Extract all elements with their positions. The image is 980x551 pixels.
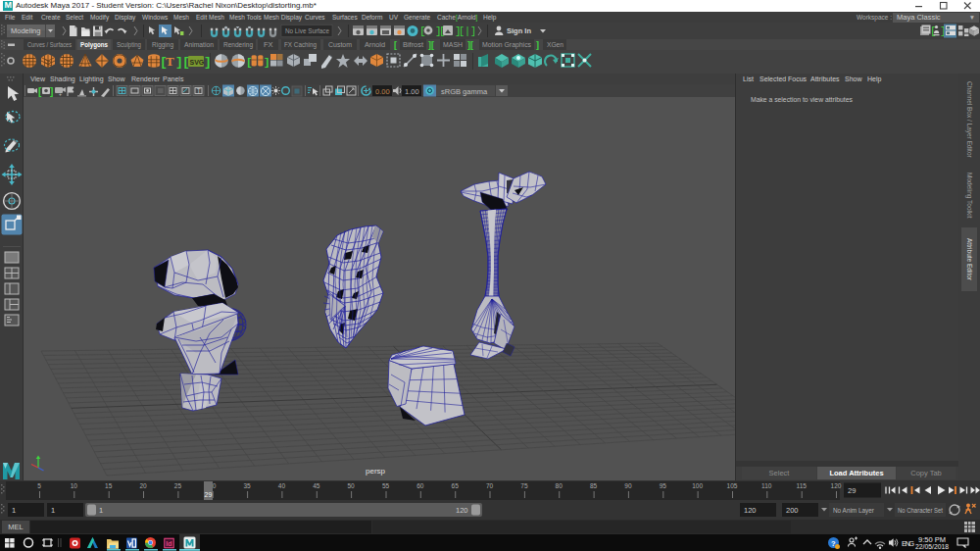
svg-text:Bifrost: Bifrost [403, 40, 424, 49]
svg-text:85: 85 [590, 482, 598, 489]
svg-text:Id: Id [166, 540, 172, 547]
svg-text:110: 110 [761, 482, 772, 489]
svg-text:120: 120 [456, 506, 468, 515]
svg-text:200: 200 [786, 506, 799, 515]
svg-text:][: ][ [428, 40, 434, 50]
svg-text:60: 60 [416, 482, 424, 489]
svg-text:SVG: SVG [190, 59, 205, 66]
svg-text:95: 95 [660, 482, 667, 489]
svg-text:No Character Set: No Character Set [898, 507, 943, 514]
svg-text:]: ] [264, 57, 270, 69]
svg-text:Sculpting: Sculpting [117, 40, 141, 49]
svg-text:Custom: Custom [328, 40, 352, 49]
svg-text:120: 120 [831, 482, 842, 489]
svg-text:Rendering: Rendering [223, 40, 253, 49]
svg-text:1: 1 [99, 506, 103, 515]
svg-text:MASH: MASH [443, 40, 463, 49]
svg-text:29: 29 [848, 486, 856, 495]
svg-text:Arnold: Arnold [365, 40, 385, 49]
svg-text:Curves / Surfaces: Curves / Surfaces [27, 40, 72, 49]
svg-text:35: 35 [243, 482, 251, 489]
svg-text:[: [ [394, 40, 397, 50]
svg-text:50: 50 [347, 482, 355, 489]
svg-text:0.00: 0.00 [375, 87, 390, 96]
svg-text:105: 105 [727, 482, 738, 489]
svg-text:22/05/2018: 22/05/2018 [915, 543, 949, 550]
svg-text:45: 45 [313, 482, 320, 489]
svg-text:][: ][ [467, 40, 473, 50]
svg-text:100: 100 [692, 482, 703, 489]
svg-text:1: 1 [51, 506, 55, 515]
svg-text:120: 120 [744, 506, 757, 515]
svg-text:Rigging: Rigging [152, 40, 173, 49]
svg-text:55: 55 [382, 482, 390, 489]
svg-text:65: 65 [452, 482, 460, 489]
svg-text:25: 25 [174, 482, 182, 489]
svg-text:5: 5 [37, 482, 41, 489]
svg-text:XGen: XGen [547, 40, 564, 49]
svg-text:1: 1 [12, 506, 16, 515]
svg-text:40: 40 [278, 482, 286, 489]
svg-text:No Anim Layer: No Anim Layer [833, 507, 875, 515]
svg-text:Motion Graphics: Motion Graphics [482, 40, 531, 49]
svg-text:[|]: [|] [459, 26, 476, 37]
svg-text:1.00: 1.00 [405, 87, 419, 96]
svg-text:9:50 PM: 9:50 PM [918, 536, 946, 543]
svg-text:Modeling: Modeling [11, 26, 40, 35]
svg-text:T: T [197, 87, 201, 94]
svg-text:T: T [166, 54, 174, 69]
svg-text:75: 75 [520, 482, 528, 489]
svg-text:29: 29 [205, 491, 213, 498]
svg-text:FX Caching: FX Caching [284, 40, 317, 49]
svg-text:Animation: Animation [184, 40, 214, 49]
svg-text:[: [ [38, 86, 42, 97]
svg-text:FX: FX [264, 40, 273, 49]
svg-text:115: 115 [797, 482, 808, 489]
svg-text:ENG: ENG [902, 539, 914, 548]
svg-text:20: 20 [139, 482, 147, 489]
svg-text:]: ] [50, 86, 53, 97]
svg-text:70: 70 [486, 482, 494, 489]
svg-text:15: 15 [105, 482, 113, 489]
svg-text:Sign In: Sign In [507, 26, 531, 35]
svg-text:No Live Surface: No Live Surface [285, 26, 329, 35]
svg-text:90: 90 [624, 482, 632, 489]
svg-text:]: ] [536, 40, 539, 50]
svg-text:80: 80 [556, 482, 564, 489]
svg-text:sRGB gamma: sRGB gamma [441, 87, 488, 96]
svg-text:Polygons: Polygons [80, 40, 108, 49]
svg-text:10: 10 [71, 482, 78, 489]
